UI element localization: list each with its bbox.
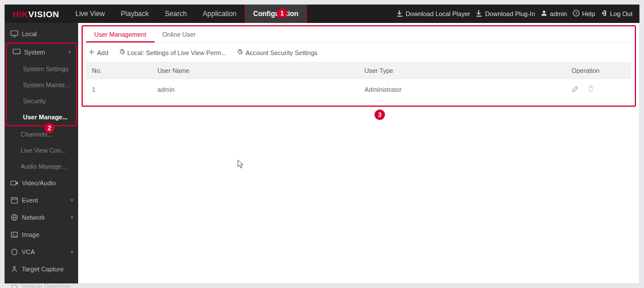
col-header-op: Operation [566, 63, 631, 79]
sidebar-item-label: Local [22, 30, 37, 37]
user-admin-link[interactable]: admin [541, 10, 567, 18]
sidebar-item-network[interactable]: Network ▾ [5, 209, 78, 226]
nav-playback[interactable]: Playback [113, 5, 157, 23]
help-label: Help [582, 10, 595, 17]
sidebar-item-label: User Manage... [23, 114, 68, 120]
chevron-down-icon: ▾ [71, 215, 74, 220]
sidebar-item-label: Network [22, 214, 45, 221]
svg-rect-4 [11, 181, 16, 185]
vehicle-icon [10, 282, 18, 288]
liveview-permission-button[interactable]: Local: Settings of Live View Perm... [119, 49, 227, 56]
cell-op [566, 79, 631, 100]
sidebar-item-channels[interactable]: Channels... [5, 126, 78, 142]
subtabs: User Management Online User [86, 26, 631, 43]
sidebar-item-live-view-con[interactable]: Live View Con... [5, 142, 78, 158]
brand-part1: HIK [13, 9, 28, 19]
target-icon [10, 265, 18, 273]
sidebar: Local System ▾ System Settings System Ma… [5, 23, 78, 283]
plus-icon [88, 49, 95, 56]
sidebar-item-label: System Mainte... [23, 81, 70, 88]
sidebar-item-user-manage[interactable]: User Manage... [7, 109, 76, 125]
main-panel: User Management Online User Add Local: S… [78, 23, 639, 283]
sidebar-item-image[interactable]: Image [5, 226, 78, 243]
annotation-badge-2: 2 [44, 123, 55, 133]
subtab-user-management[interactable]: User Management [86, 26, 155, 42]
download-plugin-label: Download Plug-In [485, 10, 535, 17]
brand-part2: VISION [28, 9, 59, 19]
user-admin-label: admin [550, 10, 567, 17]
sidebar-item-label: Vehicle Detection [22, 283, 71, 288]
sidebar-system-group-highlight: System ▾ System Settings System Mainte..… [6, 42, 77, 126]
sidebar-item-event[interactable]: Event ▾ [5, 192, 78, 209]
sidebar-item-audio-manage[interactable]: Audio Manage... [5, 158, 78, 174]
nav-search[interactable]: Search [157, 5, 195, 23]
help-link[interactable]: ? Help [573, 10, 595, 18]
user-icon [541, 10, 547, 18]
event-icon [10, 196, 18, 204]
sidebar-item-label: System Settings [23, 65, 68, 72]
sidebar-item-label: Target Capture [22, 266, 64, 273]
chevron-down-icon: ▾ [71, 197, 74, 203]
download-local-player-label: Download Local Player [406, 10, 471, 17]
sidebar-item-label: Security [23, 98, 46, 104]
download-icon [396, 10, 403, 18]
topbar: HIKVISION Live View Playback Search Appl… [5, 5, 639, 23]
sidebar-item-label: Video/Audio [22, 180, 56, 186]
annotation-badge-1: 1 [277, 8, 287, 18]
user-table: No. User Name User Type Operation 1 admi… [86, 62, 631, 100]
gear-icon [237, 49, 243, 56]
download-icon [476, 10, 483, 18]
nav-application[interactable]: Application [195, 5, 245, 23]
cell-no: 1 [86, 79, 152, 100]
subtab-online-user[interactable]: Online User [155, 26, 204, 42]
help-icon: ? [573, 10, 580, 18]
logout-icon [601, 10, 608, 18]
chevron-down-icon: ▾ [71, 249, 74, 255]
sidebar-item-system-mainte[interactable]: System Mainte... [7, 77, 76, 93]
sidebar-item-label: Image [22, 231, 40, 238]
sidebar-item-label: Live View Con... [21, 147, 66, 154]
chevron-down-icon: ▾ [68, 49, 71, 55]
nav-configuration[interactable]: Configuration [245, 5, 307, 23]
sidebar-item-label: Audio Manage... [21, 163, 67, 170]
gear-icon [119, 49, 125, 56]
download-plugin-link[interactable]: Download Plug-In [476, 10, 535, 18]
user-management-panel-highlight: User Management Online User Add Local: S… [82, 25, 636, 107]
delete-icon[interactable] [587, 85, 595, 94]
sidebar-item-target-capture[interactable]: Target Capture [5, 260, 78, 278]
video-icon [10, 179, 18, 187]
add-label: Add [97, 49, 109, 56]
toolbar: Add Local: Settings of Live View Perm...… [86, 43, 631, 62]
download-local-player-link[interactable]: Download Local Player [396, 10, 471, 18]
mouse-cursor-icon [237, 159, 244, 169]
nav-live-view[interactable]: Live View [67, 5, 113, 23]
table-row[interactable]: 1 admin Administrator [86, 79, 631, 100]
sidebar-item-label: VCA [22, 248, 35, 255]
top-right: Download Local Player Download Plug-In a… [396, 5, 639, 23]
image-icon [10, 231, 18, 239]
edit-icon[interactable] [572, 85, 579, 94]
cell-user: admin [152, 79, 359, 100]
svg-rect-3 [13, 49, 20, 54]
cell-type: Administrator [358, 79, 566, 100]
sidebar-item-vehicle-detection[interactable]: Vehicle Detection [5, 278, 78, 288]
system-icon [13, 48, 21, 56]
svg-text:?: ? [575, 11, 577, 16]
sidebar-item-system[interactable]: System ▾ [7, 44, 76, 61]
sidebar-item-local[interactable]: Local [5, 25, 78, 42]
logout-label: Log Out [610, 10, 633, 17]
svg-rect-2 [11, 31, 18, 36]
add-button[interactable]: Add [88, 49, 109, 56]
sidebar-item-label: System [24, 49, 45, 56]
network-icon [10, 213, 18, 221]
col-header-type: User Type [358, 63, 566, 79]
account-security-button[interactable]: Account Security Settings [237, 49, 317, 56]
vca-icon [10, 248, 18, 256]
sidebar-item-vca[interactable]: VCA ▾ [5, 243, 78, 260]
sidebar-item-security[interactable]: Security [7, 93, 76, 109]
sidebar-item-label: Event [22, 197, 38, 204]
logout-link[interactable]: Log Out [601, 10, 633, 18]
sidebar-item-system-settings[interactable]: System Settings [7, 61, 76, 77]
sidebar-item-video-audio[interactable]: Video/Audio [5, 174, 78, 192]
annotation-badge-3: 3 [375, 110, 385, 120]
